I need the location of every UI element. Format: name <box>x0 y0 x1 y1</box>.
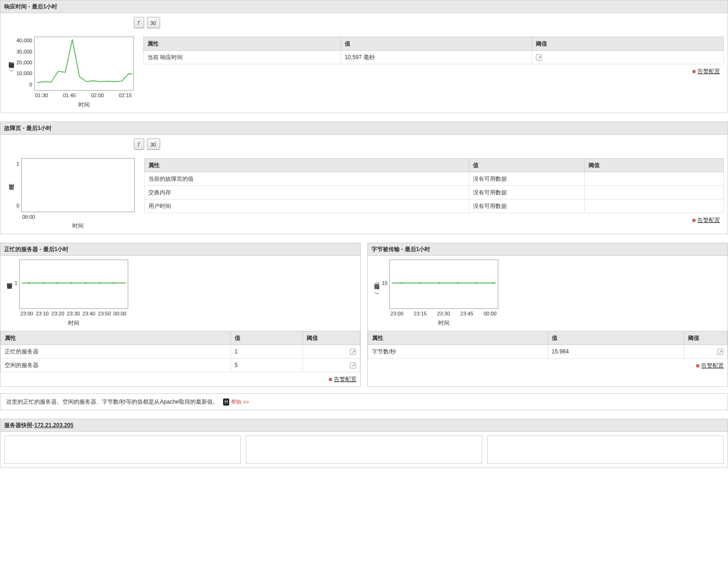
svg-point-1 <box>28 282 30 284</box>
svg-point-11 <box>438 282 440 284</box>
svg-point-14 <box>492 282 494 284</box>
expand-icon[interactable]: ↗ <box>350 362 356 368</box>
svg-point-4 <box>70 282 72 284</box>
server-snapshot-panel: 服务器快照-172.21.203.205 <box>0 419 728 468</box>
alarm-dot-icon <box>696 364 699 368</box>
period-toggle: 7' 30' <box>4 15 164 33</box>
snapshot-card <box>4 436 241 464</box>
svg-point-3 <box>56 282 58 284</box>
svg-point-2 <box>42 282 44 284</box>
bytes-transferred-panel: 字节被传输 - 最后1小时 字节数/秒 15 23:0023:1523:3023… <box>368 243 728 386</box>
svg-point-12 <box>457 282 459 284</box>
expand-icon[interactable]: ↗ <box>717 349 723 355</box>
server-metrics-row: 正忙的服务器 - 最后1小时 正忙的服务器 1 23:0023:1023:202… <box>0 243 728 387</box>
bytes-line-chart <box>390 260 498 306</box>
alarm-config-link[interactable]: 告警配置 <box>697 68 720 75</box>
response-chart: 响应时间（毫秒） 40,000 30,000 20,000 10,000 0 0… <box>4 37 134 109</box>
server-ip-link[interactable]: 172.21.203.205 <box>34 422 73 429</box>
svg-point-9 <box>401 282 403 284</box>
response-time-panel: 响应时间 - 最后1小时 7' 30' 响应时间（毫秒） 40,000 30,0… <box>0 0 728 113</box>
period-7-button[interactable]: 7' <box>134 138 144 150</box>
expand-icon[interactable]: ↗ <box>536 54 542 61</box>
alarm-config-link[interactable]: 告警配置 <box>334 376 356 383</box>
table-row: 交换内存没有可用数据 <box>145 185 724 199</box>
fault-line-chart <box>22 159 134 209</box>
svg-point-13 <box>476 282 478 284</box>
svg-point-5 <box>85 282 86 284</box>
period-30-button[interactable]: 30' <box>147 17 160 28</box>
busy-servers-panel: 正忙的服务器 - 最后1小时 正忙的服务器 1 23:0023:1023:202… <box>0 243 360 386</box>
period-30-button[interactable]: 30' <box>147 138 160 150</box>
svg-point-7 <box>113 282 115 284</box>
period-7-button[interactable]: 7' <box>134 17 144 28</box>
snapshot-card <box>246 436 482 464</box>
help-badge-icon: H <box>223 398 229 406</box>
table-row: 空闲的服务器5↗ <box>1 358 360 372</box>
table-row: 正忙的服务器1↗ <box>1 345 360 358</box>
help-hint-bar: 这里的正忙的服务器、空闲的服务器、字节数/秒等的值都是从Apache取得的最新值… <box>0 393 728 410</box>
table-row: 用户时间没有可用数据 <box>145 199 724 213</box>
expand-icon[interactable]: ↗ <box>350 349 356 355</box>
alarm-config-link[interactable]: 告警配置 <box>697 217 720 223</box>
bytes-table: 属性值阈值 字节数/秒15.984↗ <box>368 331 728 359</box>
busy-table: 属性值阈值 正忙的服务器1↗ 空闲的服务器5↗ <box>0 331 360 372</box>
svg-point-10 <box>419 282 421 284</box>
snapshot-card <box>487 436 724 464</box>
help-link[interactable]: 帮助 >> <box>231 399 249 405</box>
panel-title: 响应时间 - 最后1小时 <box>0 0 728 13</box>
busy-line-chart <box>20 260 128 306</box>
faults-table: 属性 值 阈值 当前的故障页的值没有可用数据 交换内存没有可用数据 用户时间没有… <box>144 158 724 213</box>
alarm-dot-icon <box>692 70 696 73</box>
alarm-dot-icon <box>329 378 332 381</box>
response-line-chart <box>35 37 133 88</box>
table-row: 字节数/秒15.984↗ <box>368 345 728 358</box>
fault-page-panel: 故障页 - 最后1小时 7' 30' 故障页 1 0 08:00 时间 <box>0 122 728 235</box>
alarm-config-link[interactable]: 告警配置 <box>701 362 724 369</box>
table-row: 当前的故障页的值没有可用数据 <box>145 172 724 185</box>
response-table: 属性 值 阈值 当前 响应时间 10,597 毫秒 ↗ <box>143 37 724 64</box>
alarm-dot-icon <box>692 219 696 222</box>
svg-point-6 <box>99 282 101 284</box>
panel-title: 故障页 - 最后1小时 <box>0 122 728 135</box>
table-row: 当前 响应时间 10,597 毫秒 ↗ <box>143 51 723 64</box>
